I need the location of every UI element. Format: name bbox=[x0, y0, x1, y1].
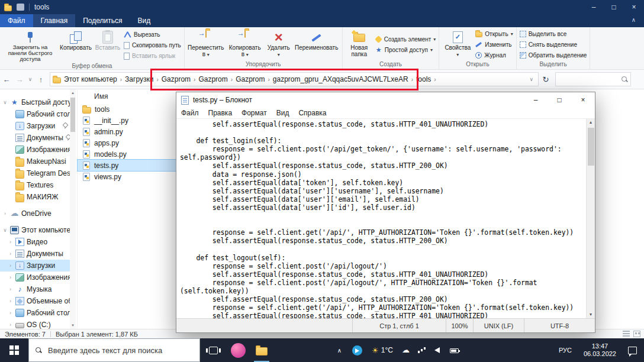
history-button[interactable]: Журнал bbox=[475, 50, 513, 60]
chevron-right-icon[interactable]: › bbox=[8, 274, 13, 280]
ribbon-tab-view[interactable]: Вид bbox=[130, 14, 158, 27]
sidebar-item-telegram-desktop[interactable]: Telegram Desktop bbox=[0, 167, 70, 179]
sidebar-item-makeupnasi[interactable]: MakeupNasi bbox=[0, 156, 70, 167]
maximize-button[interactable]: □ bbox=[548, 92, 571, 108]
sidebar-item-downloads[interactable]: ↓ Загрузки bbox=[0, 120, 70, 132]
chevron-right-icon[interactable]: › bbox=[8, 286, 13, 292]
onedrive-tray-icon[interactable]: ☁ bbox=[402, 347, 410, 354]
scroll-up-icon[interactable]: ▴ bbox=[72, 89, 74, 96]
copy-to-button[interactable]: → Копировать в ▾ bbox=[226, 28, 265, 60]
collapse-ribbon-icon[interactable]: ∧ bbox=[623, 14, 644, 27]
chevron-right-icon[interactable]: › bbox=[8, 263, 13, 269]
maximize-button[interactable]: □ bbox=[604, 0, 624, 14]
battery-icon[interactable] bbox=[450, 348, 459, 353]
scrollbar-thumb[interactable] bbox=[70, 98, 75, 132]
ribbon-tab-share[interactable]: Поделиться bbox=[75, 14, 130, 27]
copy-path-button[interactable]: Скопировать путь bbox=[124, 41, 181, 50]
quick-access-toolbar-icon[interactable] bbox=[17, 4, 24, 11]
chevron-right-icon[interactable]: › bbox=[2, 211, 8, 216]
sidebar-item-makiyazh[interactable]: МАКИЯЖ bbox=[0, 191, 70, 203]
tray-app-icon-blue[interactable] bbox=[352, 345, 362, 355]
menu-view[interactable]: Вид bbox=[272, 109, 294, 117]
weather-widget[interactable]: ☀ 1°C bbox=[367, 346, 398, 355]
sidebar-item-textures[interactable]: Textures bbox=[0, 179, 70, 191]
scroll-down-icon[interactable]: ▾ bbox=[72, 322, 74, 329]
menu-edit[interactable]: Правка bbox=[204, 109, 237, 117]
action-center-icon[interactable] bbox=[628, 347, 637, 354]
taskbar-app-pink[interactable] bbox=[226, 338, 250, 362]
open-button[interactable]: Открыть ▾ bbox=[475, 29, 513, 38]
show-hidden-icons-button[interactable]: ∧ bbox=[331, 347, 347, 354]
invert-selection-button[interactable]: Обратить выделение bbox=[520, 50, 587, 60]
sidebar-item-videos[interactable]: › Видео bbox=[0, 236, 70, 248]
notepad-text-area[interactable]: self.assertEqual(response.status_code, s… bbox=[176, 119, 595, 318]
view-thumbnails-icon[interactable] bbox=[633, 331, 640, 337]
sidebar-item-music[interactable]: › ♪ Музыка bbox=[0, 283, 70, 295]
edit-button[interactable]: Изменить bbox=[475, 40, 513, 49]
sidebar-item-downloads-2[interactable]: › ↓ Загрузки bbox=[0, 260, 70, 272]
start-button[interactable] bbox=[0, 338, 28, 362]
chevron-right-icon[interactable]: › bbox=[8, 310, 13, 316]
explorer-search-box[interactable] bbox=[555, 72, 631, 86]
sidebar-item-desktop[interactable]: Рабочий стол bbox=[0, 108, 70, 120]
copy-button[interactable]: Копировать bbox=[59, 28, 93, 62]
taskbar-search[interactable] bbox=[28, 338, 200, 362]
sidebar-item-desktop-2[interactable]: › Рабочий стол bbox=[0, 307, 70, 319]
delete-button[interactable]: × Удалить ▾ bbox=[265, 28, 293, 60]
sidebar-item-quick-access[interactable]: ∨ ★ Быстрый доступ bbox=[0, 96, 70, 108]
sidebar-item-onedrive[interactable]: › ☁ OneDrive bbox=[0, 208, 70, 219]
scrollbar-thumb[interactable] bbox=[588, 128, 594, 166]
chevron-right-icon[interactable]: › bbox=[8, 239, 13, 245]
ribbon-tab-home[interactable]: Главная bbox=[33, 14, 76, 27]
back-button[interactable]: ← bbox=[0, 75, 13, 84]
move-to-button[interactable]: → Переместить в ▾ bbox=[186, 28, 226, 60]
sidebar-item-documents[interactable]: Документы bbox=[0, 132, 70, 144]
chevron-right-icon[interactable]: › bbox=[8, 251, 13, 257]
menu-help[interactable]: Справка bbox=[294, 109, 331, 117]
select-none-button[interactable]: Снять выделение bbox=[520, 40, 587, 49]
sidebar-item-pictures-2[interactable]: › Изображения bbox=[0, 272, 70, 283]
volume-icon[interactable] bbox=[434, 347, 442, 354]
sidebar-item-documents-2[interactable]: › Документы bbox=[0, 248, 70, 260]
taskbar-search-input[interactable] bbox=[47, 345, 194, 355]
sidebar-item-this-pc[interactable]: ∨ Этот компьютер bbox=[0, 224, 70, 236]
minimize-button[interactable]: – bbox=[524, 92, 548, 108]
sidebar-item-3d-objects[interactable]: › Объемные объ bbox=[0, 295, 70, 307]
new-item-button[interactable]: Создать элемент ▾ bbox=[375, 34, 436, 44]
notepad-scrollbar[interactable]: ▴ ▾ bbox=[586, 119, 595, 318]
cut-button[interactable]: Вырезать bbox=[124, 30, 181, 40]
up-button[interactable]: ↑ bbox=[34, 75, 47, 84]
chevron-down-icon[interactable]: ∨ bbox=[2, 99, 8, 105]
explorer-search-input[interactable] bbox=[558, 75, 621, 83]
properties-button[interactable]: ✓ Свойства ▾ bbox=[441, 28, 474, 60]
paste-button[interactable]: Вставить bbox=[93, 28, 123, 62]
scroll-up-icon[interactable]: ▴ bbox=[590, 119, 592, 126]
view-list-icon[interactable] bbox=[623, 331, 630, 337]
close-button[interactable]: × bbox=[624, 0, 644, 14]
menu-format[interactable]: Формат bbox=[237, 109, 272, 117]
minimize-button[interactable]: – bbox=[584, 0, 604, 14]
breadcrumb-dropdown-icon[interactable]: ∨ bbox=[527, 76, 536, 82]
sidebar-item-pictures[interactable]: Изображения bbox=[0, 144, 70, 156]
rename-button[interactable]: Переименовать bbox=[293, 28, 340, 60]
forward-button[interactable]: → bbox=[13, 75, 26, 84]
recent-locations-icon[interactable]: ∨ bbox=[26, 76, 34, 82]
sidebar-item-os-c[interactable]: › OS (C:) bbox=[0, 319, 70, 329]
easy-access-button[interactable]: ★ Простой доступ ▾ bbox=[375, 45, 436, 54]
network-icon[interactable] bbox=[418, 347, 426, 354]
taskbar-app-explorer[interactable] bbox=[250, 338, 273, 362]
breadcrumb-item-0[interactable]: Этот компьютер bbox=[61, 75, 120, 83]
task-view-button[interactable] bbox=[200, 338, 226, 362]
chevron-right-icon[interactable]: › bbox=[8, 298, 13, 304]
chevron-down-icon[interactable]: ∨ bbox=[2, 227, 8, 233]
sidebar-scrollbar[interactable]: ▴ ▾ bbox=[70, 89, 76, 329]
ribbon-tab-file[interactable]: Файл bbox=[0, 14, 33, 27]
paste-shortcut-button[interactable]: Вставить ярлык bbox=[124, 51, 181, 61]
language-indicator[interactable]: РУС bbox=[552, 347, 579, 354]
refresh-button[interactable]: ↻ bbox=[539, 75, 553, 84]
clock[interactable]: 13:47 06.03.2022 bbox=[579, 342, 621, 358]
menu-file[interactable]: Файл bbox=[176, 109, 204, 117]
pin-to-quick-access-button[interactable]: Закрепить на панели быстрого доступа bbox=[2, 28, 59, 62]
chevron-right-icon[interactable]: › bbox=[8, 322, 13, 328]
new-folder-button[interactable]: Новая папка bbox=[344, 28, 374, 60]
